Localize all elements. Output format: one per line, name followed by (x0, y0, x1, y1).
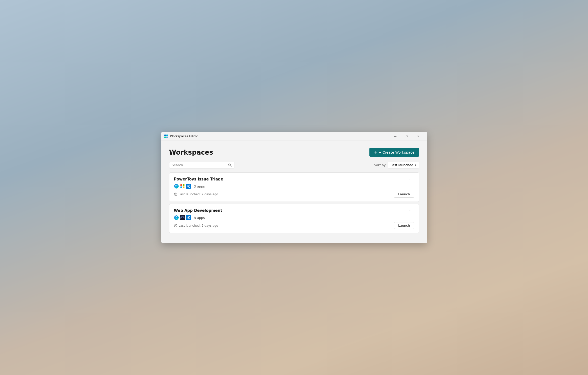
search-icon (228, 163, 232, 167)
sort-row: Sort by Last launched ▾ (374, 162, 419, 168)
edge-icon (174, 215, 179, 220)
svg-rect-9 (180, 186, 182, 188)
svg-rect-7 (180, 184, 182, 186)
minimize-button[interactable]: — (389, 132, 401, 140)
sort-label: Sort by (374, 163, 386, 167)
app-count: 3 apps (194, 216, 205, 220)
svg-rect-10 (183, 186, 184, 188)
app-icon (164, 134, 168, 138)
last-launched: Last launched: 2 days ago (174, 224, 218, 227)
workspace-list: PowerToys Issue Triage ··· (169, 172, 419, 235)
card-header: PowerToys Issue Triage ··· (174, 177, 414, 182)
vscode-icon (186, 215, 191, 220)
launch-button[interactable]: Launch (394, 222, 414, 229)
workspace-name: Web App Development (174, 208, 222, 213)
plus-icon: + (374, 150, 377, 155)
titlebar-title: Workspaces Editor (170, 135, 389, 138)
card-header: Web App Development ··· (174, 208, 414, 213)
launch-button[interactable]: Launch (394, 191, 414, 198)
workspace-more-button[interactable]: ··· (408, 208, 414, 213)
titlebar-controls: — □ ✕ (389, 132, 424, 140)
mail-icon (180, 215, 185, 220)
workspace-card: PowerToys Issue Triage ··· (169, 172, 419, 202)
close-button[interactable]: ✕ (413, 132, 424, 140)
card-middle: 3 apps (174, 184, 414, 189)
workspace-card: Web App Development ··· (169, 204, 419, 233)
svg-rect-1 (166, 135, 168, 136)
create-workspace-label: + Create Workspace (378, 150, 415, 154)
card-footer: Last launched: 2 days ago Launch (174, 191, 414, 198)
search-box (169, 162, 234, 168)
vscode-icon (186, 184, 191, 189)
last-launched-text: Last launched: 2 days ago (179, 193, 218, 196)
svg-rect-0 (164, 135, 166, 136)
workspace-name: PowerToys Issue Triage (174, 177, 223, 181)
sort-value: Last launched (390, 163, 413, 167)
titlebar: Workspaces Editor — □ ✕ (161, 132, 427, 141)
maximize-button[interactable]: □ (401, 132, 413, 140)
sort-chevron-icon: ▾ (415, 163, 416, 167)
svg-point-13 (174, 215, 179, 220)
app-icons (174, 184, 191, 189)
svg-rect-8 (183, 184, 184, 186)
controls-row: Sort by Last launched ▾ (169, 162, 419, 168)
clock-icon (174, 224, 177, 227)
card-middle: 3 apps (174, 215, 414, 220)
search-input[interactable] (172, 163, 227, 167)
svg-line-5 (230, 165, 231, 166)
last-launched-text: Last launched: 2 days ago (179, 224, 218, 227)
svg-rect-3 (166, 137, 168, 138)
main-window: Workspaces Editor — □ ✕ Workspaces + + C… (161, 132, 427, 243)
create-workspace-button[interactable]: + + Create Workspace (369, 148, 419, 157)
content-area: Workspaces + + Create Workspace Sort by … (161, 141, 427, 243)
last-launched: Last launched: 2 days ago (174, 193, 218, 196)
svg-point-6 (174, 184, 179, 189)
powertoys-icon (180, 184, 185, 189)
app-icons (174, 215, 191, 220)
card-footer: Last launched: 2 days ago Launch (174, 222, 414, 229)
edge-icon (174, 184, 179, 189)
app-count: 3 apps (194, 184, 205, 188)
workspace-more-button[interactable]: ··· (408, 177, 414, 182)
header-row: Workspaces + + Create Workspace (169, 148, 419, 157)
svg-rect-2 (164, 137, 166, 138)
sort-select[interactable]: Last launched ▾ (388, 162, 419, 168)
clock-icon (174, 193, 177, 196)
page-title: Workspaces (169, 149, 213, 156)
